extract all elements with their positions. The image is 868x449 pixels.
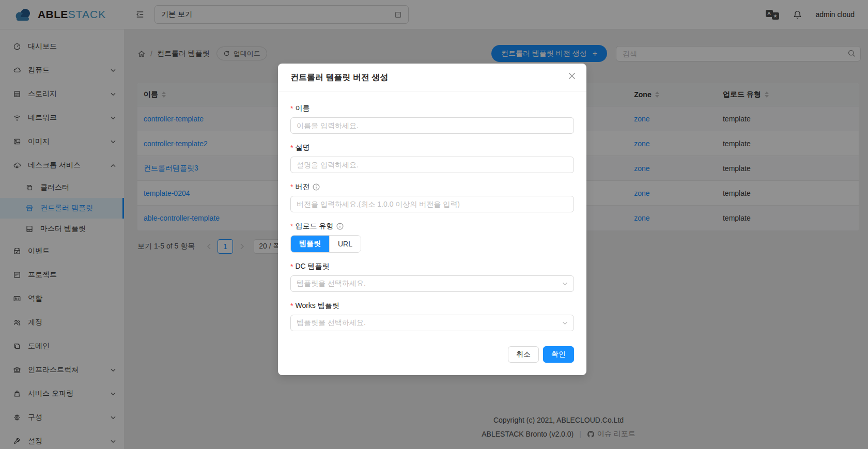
info-icon[interactable] — [313, 183, 320, 191]
works-template-select[interactable]: 템플릿을 선택하세요. — [290, 315, 574, 331]
cancel-button[interactable]: 취소 — [508, 346, 539, 363]
required-asterisk: * — [290, 144, 293, 152]
field-name: * 이름 — [290, 104, 574, 134]
name-input[interactable] — [290, 117, 574, 134]
modal-header: 컨트롤러 템플릿 버전 생성 — [278, 64, 586, 91]
close-icon[interactable] — [568, 72, 576, 80]
field-dc-template: * DC 템플릿 템플릿을 선택하세요. — [290, 262, 574, 292]
required-asterisk: * — [290, 262, 293, 271]
upload-type-toggle: 템플릿 URL — [290, 235, 361, 253]
field-label: Works 템플릿 — [295, 301, 339, 311]
modal-title: 컨트롤러 템플릿 버전 생성 — [290, 73, 388, 82]
modal-body: * 이름 * 설명 * 버전 — [278, 91, 586, 375]
field-upload-type: * 업로드 유형 템플릿 URL — [290, 222, 574, 253]
app-root: ABLESTACK 기본 보기 A ★ admin cloud 대시보드 — [0, 0, 868, 449]
select-placeholder: 템플릿을 선택하세요. — [297, 279, 366, 288]
required-asterisk: * — [290, 183, 293, 191]
modal-footer-buttons: 취소 확인 — [290, 346, 574, 363]
upload-type-url-option[interactable]: URL — [329, 236, 361, 252]
select-placeholder: 템플릿을 선택하세요. — [297, 318, 366, 328]
field-label: 버전 — [295, 182, 309, 192]
field-label: 업로드 유형 — [295, 222, 333, 231]
field-label: 이름 — [295, 104, 309, 113]
upload-type-template-option[interactable]: 템플릿 — [291, 236, 329, 252]
chevron-down-icon — [562, 282, 568, 286]
info-icon[interactable] — [336, 223, 344, 230]
chevron-down-icon — [562, 321, 568, 325]
field-version: * 버전 — [290, 182, 574, 212]
required-asterisk: * — [290, 302, 293, 310]
dc-template-select[interactable]: 템플릿을 선택하세요. — [290, 275, 574, 292]
field-label: 설명 — [295, 143, 309, 152]
description-input[interactable] — [290, 157, 574, 173]
version-input[interactable] — [290, 196, 574, 212]
required-asterisk: * — [290, 104, 293, 113]
field-works-template: * Works 템플릿 템플릿을 선택하세요. — [290, 301, 574, 331]
field-label: DC 템플릿 — [295, 262, 329, 271]
required-asterisk: * — [290, 222, 293, 230]
ok-button[interactable]: 확인 — [543, 346, 574, 363]
create-version-modal: 컨트롤러 템플릿 버전 생성 * 이름 * 설명 — [278, 64, 586, 375]
field-description: * 설명 — [290, 143, 574, 173]
